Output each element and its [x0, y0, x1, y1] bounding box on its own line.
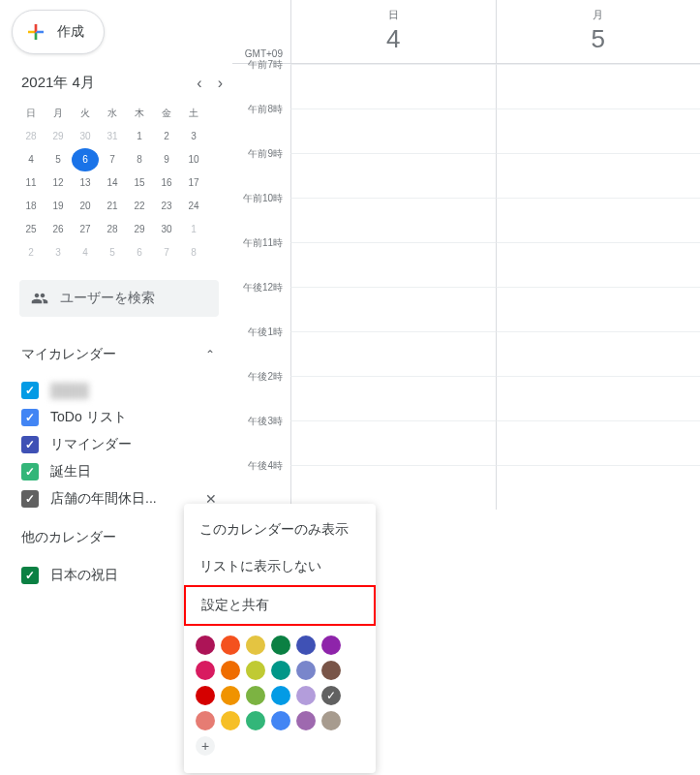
- color-swatch[interactable]: [296, 711, 316, 730]
- mini-date[interactable]: 22: [126, 195, 153, 218]
- time-slot[interactable]: [496, 153, 701, 198]
- mini-date[interactable]: 13: [72, 171, 99, 195]
- mini-date[interactable]: 25: [17, 218, 45, 241]
- color-swatch[interactable]: [321, 711, 341, 730]
- calendar-checkbox[interactable]: ✓: [21, 463, 39, 480]
- menu-hide[interactable]: リストに表示しない: [184, 548, 376, 585]
- time-slot[interactable]: [496, 465, 701, 510]
- mini-date[interactable]: 30: [72, 125, 99, 148]
- mini-date[interactable]: 7: [99, 148, 126, 171]
- time-slot[interactable]: [496, 376, 701, 420]
- time-slot[interactable]: [496, 108, 701, 153]
- time-slot[interactable]: [496, 420, 701, 465]
- mini-date[interactable]: 21: [99, 195, 126, 218]
- mini-date[interactable]: 1: [180, 218, 207, 241]
- mini-date[interactable]: 24: [180, 195, 207, 218]
- time-slot[interactable]: [290, 287, 496, 331]
- mini-date[interactable]: 30: [153, 218, 180, 241]
- color-swatch[interactable]: [221, 686, 240, 705]
- mini-date[interactable]: 3: [180, 125, 207, 148]
- color-swatch[interactable]: [296, 686, 316, 705]
- mini-date[interactable]: 29: [45, 125, 72, 148]
- time-slot[interactable]: [290, 64, 496, 108]
- color-swatch[interactable]: [271, 661, 290, 680]
- mini-date[interactable]: 19: [45, 195, 72, 218]
- time-slot[interactable]: [290, 420, 496, 465]
- menu-only-show[interactable]: このカレンダーのみ表示: [184, 512, 376, 548]
- mini-date[interactable]: 1: [126, 125, 153, 148]
- next-month-button[interactable]: ›: [218, 75, 223, 92]
- color-swatch[interactable]: [221, 661, 240, 680]
- mini-date[interactable]: 4: [17, 148, 45, 171]
- mini-date[interactable]: 6: [126, 241, 153, 264]
- color-swatch[interactable]: [246, 711, 265, 730]
- mini-date[interactable]: 6: [72, 148, 99, 171]
- mini-date[interactable]: 18: [17, 195, 45, 218]
- mini-date[interactable]: 17: [180, 171, 207, 195]
- color-swatch[interactable]: [221, 711, 240, 730]
- color-swatch[interactable]: [246, 661, 265, 680]
- mini-date[interactable]: 8: [126, 148, 153, 171]
- color-swatch[interactable]: [321, 661, 341, 680]
- time-slot[interactable]: [496, 331, 701, 376]
- mini-date[interactable]: 8: [180, 241, 207, 264]
- color-swatch[interactable]: [321, 636, 341, 655]
- time-slot[interactable]: [290, 376, 496, 420]
- color-swatch[interactable]: [296, 636, 316, 655]
- color-swatch[interactable]: [196, 661, 215, 680]
- day-column[interactable]: 日 4: [290, 0, 496, 63]
- color-swatch[interactable]: [246, 636, 265, 655]
- search-users-button[interactable]: ユーザーを検索: [19, 280, 219, 317]
- color-swatch[interactable]: [271, 686, 290, 705]
- time-grid[interactable]: 午前7時午前8時午前9時午前10時午前11時午後12時午後1時午後2時午後3時午…: [232, 64, 700, 510]
- mini-date[interactable]: 10: [180, 148, 207, 171]
- calendar-checkbox[interactable]: ✓: [21, 409, 39, 426]
- color-swatch[interactable]: [321, 686, 341, 705]
- mini-date[interactable]: 12: [45, 171, 72, 195]
- mini-date[interactable]: 2: [153, 125, 180, 148]
- mini-date[interactable]: 28: [99, 218, 126, 241]
- mini-date[interactable]: 28: [17, 125, 45, 148]
- color-swatch[interactable]: [196, 636, 215, 655]
- mini-date[interactable]: 26: [45, 218, 72, 241]
- day-column[interactable]: 月 5: [496, 0, 701, 63]
- mini-date[interactable]: 7: [153, 241, 180, 264]
- mini-date[interactable]: 5: [99, 241, 126, 264]
- time-slot[interactable]: [496, 198, 701, 242]
- time-slot[interactable]: [290, 153, 496, 198]
- mini-date[interactable]: 29: [126, 218, 153, 241]
- mini-date[interactable]: 31: [99, 125, 126, 148]
- add-color-button[interactable]: +: [196, 736, 215, 756]
- mini-date[interactable]: 15: [126, 171, 153, 195]
- color-swatch[interactable]: [196, 686, 215, 705]
- time-slot[interactable]: [290, 198, 496, 242]
- color-swatch[interactable]: [296, 661, 316, 680]
- time-slot[interactable]: [496, 64, 701, 108]
- mini-date[interactable]: 16: [153, 171, 180, 195]
- time-slot[interactable]: [290, 108, 496, 153]
- time-slot[interactable]: [290, 331, 496, 376]
- mini-date[interactable]: 3: [45, 241, 72, 264]
- mini-date[interactable]: 27: [72, 218, 99, 241]
- time-slot[interactable]: [290, 242, 496, 287]
- mini-date[interactable]: 11: [17, 171, 45, 195]
- prev-month-button[interactable]: ‹: [197, 75, 201, 92]
- mini-date[interactable]: 9: [153, 148, 180, 171]
- my-calendars-header[interactable]: マイカレンダー ⌃: [12, 336, 232, 373]
- color-swatch[interactable]: [271, 636, 290, 655]
- color-swatch[interactable]: [221, 636, 240, 655]
- menu-settings-share[interactable]: 設定と共有: [184, 585, 376, 626]
- create-button[interactable]: 作成: [12, 10, 105, 54]
- mini-date[interactable]: 4: [72, 241, 99, 264]
- mini-date[interactable]: 14: [99, 171, 126, 195]
- color-swatch[interactable]: [246, 686, 265, 705]
- color-swatch[interactable]: [271, 711, 290, 730]
- time-slot[interactable]: [496, 287, 701, 331]
- mini-date[interactable]: 5: [45, 148, 72, 171]
- calendar-checkbox[interactable]: ✓: [21, 490, 39, 508]
- mini-date[interactable]: 2: [17, 241, 45, 264]
- mini-date[interactable]: 20: [72, 195, 99, 218]
- calendar-checkbox[interactable]: ✓: [21, 436, 39, 453]
- mini-date[interactable]: 23: [153, 195, 180, 218]
- calendar-checkbox[interactable]: ✓: [21, 382, 39, 399]
